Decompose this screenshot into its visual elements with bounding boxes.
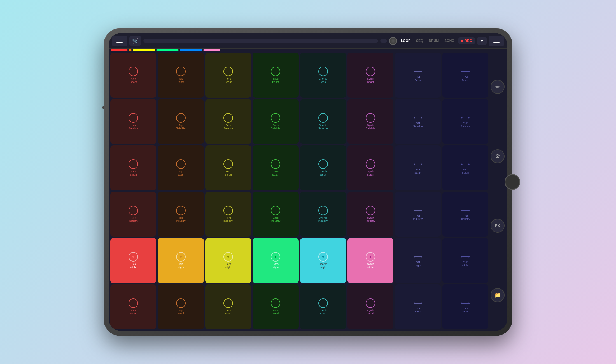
pad-perc-night[interactable]: Perc Night (205, 238, 251, 283)
pad-synth-beast[interactable]: Synth Beast (347, 53, 393, 98)
pad-circle-dot-icon (176, 252, 186, 262)
pad-label: Kick Industry (129, 216, 138, 223)
pad-bass-beast[interactable]: Bass Beast (253, 53, 298, 98)
pad-fx2-night[interactable]: FX2 Night (442, 238, 488, 283)
pad-perc-industry[interactable]: Perc Industry (205, 192, 251, 237)
pad-fx1-safari[interactable]: FX1 Safari (395, 145, 441, 190)
home-button[interactable] (505, 174, 520, 190)
dash-line (414, 118, 421, 118)
pad-kick-safari[interactable]: Kick Safari (110, 145, 156, 190)
pad-dash-icon (462, 208, 469, 213)
pad-dash-icon (414, 115, 421, 121)
pad-circle-dot-icon (366, 252, 375, 262)
pad-dash-icon (462, 115, 469, 121)
pad-circle-icon (318, 298, 328, 308)
dropdown-button[interactable]: ▼ (477, 37, 487, 45)
pad-kick-beast[interactable]: Kick Beast (110, 53, 156, 98)
pad-circle-icon (318, 113, 328, 123)
pad-fx2-industry[interactable]: FX2 Industry (442, 192, 488, 237)
pad-synth-safari[interactable]: Synth Safari (347, 145, 393, 190)
pad-grid: Kick BeastTop BeastPerc BeastBass BeastC… (110, 53, 488, 329)
pad-fx1-industry[interactable]: FX1 Industry (395, 192, 441, 237)
pad-chords-satellite[interactable]: Chords Satellite (300, 99, 346, 144)
tablet: 🛒 LOOP SEQ DRUM SONG REC ▼ (104, 28, 512, 336)
pad-circle-icon (318, 206, 328, 215)
pad-bass-industry[interactable]: Bass Industry (253, 192, 298, 237)
mode-seq-button[interactable]: SEQ (414, 38, 425, 44)
pad-circle-icon (366, 113, 375, 123)
pad-fx2-steal[interactable]: FX2 Steal (442, 284, 488, 330)
project-name[interactable] (143, 39, 378, 43)
color-strips (109, 49, 507, 51)
menu-button[interactable] (112, 36, 127, 46)
pad-label: Perc Safari (225, 170, 232, 176)
bpm-display[interactable] (380, 39, 387, 43)
rec-label: REC (465, 39, 472, 43)
mode-song-button[interactable]: SONG (443, 38, 456, 44)
pad-circle-icon (271, 206, 280, 215)
pad-top-beast[interactable]: Top Beast (158, 53, 204, 98)
pad-fx1-steal[interactable]: FX1 Steal (395, 284, 441, 330)
pad-chords-industry[interactable]: Chords Industry (300, 192, 346, 237)
pad-bass-safari[interactable]: Bass Safari (253, 145, 298, 190)
pad-synth-steal[interactable]: Synth Steal (347, 284, 393, 330)
pad-perc-satellite[interactable]: Perc Satellite (205, 99, 251, 144)
pad-bass-satellite[interactable]: Bass Satellite (253, 99, 298, 144)
pad-dash-icon (462, 161, 469, 167)
pad-perc-beast[interactable]: Perc Beast (205, 53, 251, 98)
dash-line (462, 164, 469, 164)
rec-button[interactable]: REC (458, 37, 475, 44)
pad-fx2-satellite[interactable]: FX2 Satellite (442, 99, 488, 144)
pad-chords-steal[interactable]: Chords Steal (300, 284, 346, 330)
edit-button[interactable]: ✏ (491, 80, 505, 94)
pad-chords-beast[interactable]: Chords Beast (300, 53, 346, 98)
pad-kick-satellite[interactable]: Kick Satellite (110, 99, 156, 144)
mode-drum-button[interactable]: DRUM (427, 38, 440, 44)
pad-kick-night[interactable]: Kick Night (110, 238, 156, 283)
pad-synth-industry[interactable]: Synth Industry (347, 192, 393, 237)
pad-perc-safari[interactable]: Perc Safari (205, 145, 251, 190)
dash-line (414, 303, 421, 304)
pad-label: Perc Beast (225, 77, 232, 83)
pad-circle-icon (129, 67, 138, 76)
pad-bass-steal[interactable]: Bass Steal (253, 284, 298, 330)
pad-dot (132, 256, 134, 258)
pad-label: Perc Steal (225, 309, 231, 315)
pad-label: Synth Safari (367, 170, 374, 176)
pad-kick-steal[interactable]: Kick Steal (110, 284, 156, 330)
pad-label: FX1 Satellite (413, 122, 423, 128)
pad-top-night[interactable]: Top Night (158, 238, 204, 283)
pad-fx2-safari[interactable]: FX2 Safari (442, 145, 488, 190)
pad-dot (370, 256, 371, 258)
menu-right-button[interactable] (489, 36, 504, 46)
fx-button[interactable]: FX (491, 219, 505, 233)
pad-fx1-satellite[interactable]: FX1 Satellite (395, 99, 441, 144)
pad-fx1-beast[interactable]: FX1 Beast (395, 53, 441, 98)
pad-dash-icon (414, 161, 421, 167)
pad-top-industry[interactable]: Top Industry (158, 192, 204, 237)
pad-label: FX2 Industry (461, 214, 470, 221)
pad-bass-night[interactable]: Bass Night (253, 238, 298, 283)
mode-loop-button[interactable]: LOOP (399, 38, 412, 44)
settings-button[interactable]: ⚙ (491, 149, 505, 163)
pad-circle-icon (129, 298, 138, 308)
pad-label: Kick Safari (130, 170, 137, 176)
pad-top-safari[interactable]: Top Safari (158, 145, 204, 190)
strip-pink (203, 49, 220, 51)
pad-top-steal[interactable]: Top Steal (158, 284, 204, 330)
cart-button[interactable]: 🛒 (129, 36, 141, 46)
pad-synth-night[interactable]: Synth Night (347, 238, 393, 283)
pad-circle-dot-icon (318, 252, 328, 262)
pad-fx1-night[interactable]: FX1 Night (395, 238, 441, 283)
pad-fx2-beast[interactable]: FX2 Beast (442, 53, 488, 98)
pad-circle-icon (223, 298, 233, 308)
pad-perc-steal[interactable]: Perc Steal (205, 284, 251, 330)
pad-chords-night[interactable]: Chords Night (300, 238, 346, 283)
volume-button[interactable] (102, 106, 104, 109)
pad-chords-safari[interactable]: Chords Safari (300, 145, 346, 190)
pad-kick-industry[interactable]: Kick Industry (110, 192, 156, 237)
tempo-knob[interactable] (389, 37, 397, 45)
folder-button[interactable]: 📁 (491, 288, 505, 302)
pad-top-satellite[interactable]: Top Satellite (158, 99, 204, 144)
pad-synth-satellite[interactable]: Synth Satellite (347, 99, 393, 144)
